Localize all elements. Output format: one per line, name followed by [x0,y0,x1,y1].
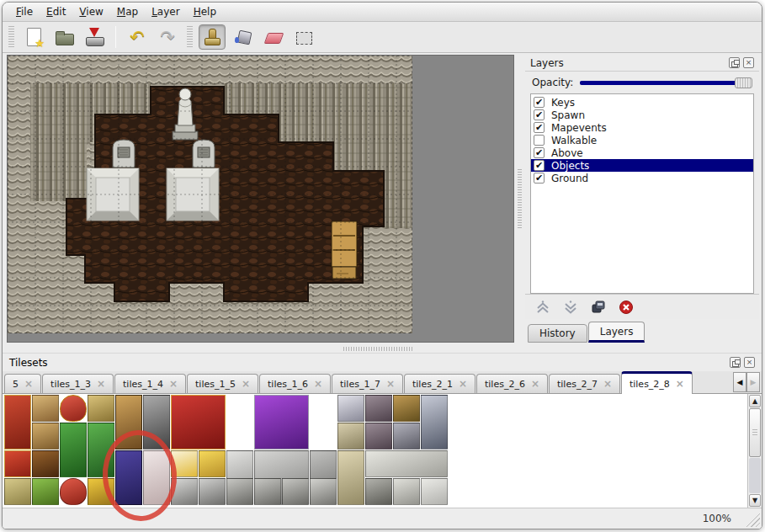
layer-checkbox[interactable]: ✔ [534,97,545,108]
select-rect-tool-button[interactable] [290,24,316,50]
float-panel-icon[interactable] [730,357,741,368]
open-folder-button[interactable] [50,24,77,50]
tab-close-icon[interactable]: × [603,378,612,390]
tile-rock-pile-2[interactable] [199,478,226,505]
tile-red-throne[interactable] [171,395,226,450]
tab-close-icon[interactable]: × [531,378,539,390]
layer-checkbox[interactable]: ✔ [534,173,545,184]
tile-stone-slab-2[interactable] [365,423,392,450]
raise-layer-button[interactable] [535,300,550,315]
tab-layers[interactable]: Layers [588,322,645,343]
tile-loom-top[interactable] [32,395,59,422]
tile-red-shield[interactable] [4,450,31,477]
tab-close-icon[interactable]: × [97,378,105,390]
tile-stone-pillar[interactable] [365,478,392,505]
tile-grave-slab-1[interactable] [226,478,253,505]
tile-green-flag[interactable] [32,478,59,505]
tile-bookshelf[interactable] [32,450,59,477]
tile-stone-gate[interactable] [143,395,170,450]
menu-view[interactable]: View [72,3,109,20]
layer-row-keys[interactable]: ✔Keys [531,96,753,109]
tileset-tab-tiles_2_1[interactable]: tiles_2_1× [404,374,475,393]
tab-close-icon[interactable]: × [459,378,467,390]
tile-gold-pile[interactable] [199,450,226,477]
tile-red-banner[interactable] [4,395,31,450]
vertical-splitter[interactable] [515,55,524,343]
tab-close-icon[interactable]: × [242,378,250,390]
close-panel-icon[interactable]: × [743,57,754,68]
toolbar-grip[interactable] [187,26,193,48]
tileset-tab-tiles_1_3[interactable]: tiles_1_3× [42,374,114,393]
tile-loom-bottom[interactable] [32,423,59,450]
tileset-tab-tiles_2_6[interactable]: tiles_2_6× [476,374,548,393]
layer-checkbox[interactable]: ✔ [534,160,545,171]
tile-wood-door[interactable] [115,395,142,450]
tile-gold-cross[interactable] [88,478,114,505]
tile-grave-slab-2[interactable] [254,478,281,505]
layer-row-spawn[interactable]: ✔Spawn [531,109,753,121]
menu-edit[interactable]: Edit [40,3,72,20]
tileset-tab-tiles_1_5[interactable]: tiles_1_5× [187,374,258,393]
tile-purple-door[interactable] [115,450,142,505]
menu-map[interactable]: Map [110,3,145,20]
tile-white-cloth[interactable] [143,450,170,505]
toolbar-grip[interactable] [8,26,14,48]
menu-layer[interactable]: Layer [145,3,186,20]
duplicate-layer-button[interactable] [591,300,606,315]
tile-grave-slab-3[interactable] [282,478,309,505]
tile-knight-armor[interactable] [421,395,448,450]
tab-close-icon[interactable]: × [24,378,33,390]
layer-checkbox[interactable]: ✔ [534,109,545,120]
tab-close-icon[interactable]: × [676,378,684,390]
tile-marble-block[interactable] [421,478,448,505]
fill-tool-button[interactable] [229,24,256,50]
tile-rock-pile[interactable] [171,478,198,505]
lower-layer-button[interactable] [563,300,578,315]
tab-scroll-right-icon[interactable]: ▶ [746,372,760,392]
layer-row-walkable[interactable]: Walkable [531,134,753,146]
tile-wood-desk[interactable] [393,395,420,422]
tile-stone-barrel[interactable] [310,478,337,505]
tileset-content[interactable]: ▲ ▼ [3,394,762,508]
redo-button[interactable]: ↷ [154,24,181,50]
tab-close-icon[interactable]: × [169,378,178,390]
layer-checkbox[interactable]: ✔ [534,122,545,133]
delete-layer-button[interactable] [619,300,634,315]
resize-grip[interactable] [743,512,760,527]
layer-row-above[interactable]: ✔Above [531,146,753,159]
tile-stone-slab[interactable] [365,395,392,422]
tileset-tab-tiles_2_8[interactable]: tiles_2_8× [621,371,693,394]
layer-row-mapevents[interactable]: ✔Mapevents [531,121,753,134]
menu-file[interactable]: File [9,3,40,20]
tileset-tab-tiles_1_6[interactable]: tiles_1_6× [259,374,331,393]
stamp-tool-button[interactable] [199,24,226,50]
tile-marble-side[interactable] [393,478,420,505]
eraser-tool-button[interactable] [259,24,286,50]
tab-close-icon[interactable]: × [314,378,322,390]
tile-king-portrait[interactable] [337,395,364,422]
map-canvas[interactable] [8,56,513,342]
horizontal-splitter[interactable] [3,344,762,353]
tab-scroll-left-icon[interactable]: ◀ [733,372,746,392]
new-file-button[interactable]: ★ [20,24,47,50]
tile-marble-ledge[interactable] [365,450,448,477]
tile-armor-pile[interactable] [393,423,420,450]
tile-tan-banner[interactable] [4,478,31,505]
opacity-slider[interactable] [580,77,752,89]
scroll-down-icon[interactable]: ▼ [749,494,761,507]
tab-close-icon[interactable]: × [386,378,395,390]
tile-gold-mirror[interactable] [88,395,114,422]
tile-palm-plant[interactable] [60,423,87,477]
layer-checkbox[interactable]: ✔ [534,147,545,158]
tile-red-stool[interactable] [60,395,87,422]
scrollbar-thumb[interactable] [749,408,761,457]
map-view[interactable] [7,55,514,343]
undo-button[interactable]: ↶ [124,24,151,50]
close-panel-icon[interactable]: × [744,357,755,368]
tile-purple-throne[interactable] [254,395,309,450]
tab-history[interactable]: History [528,324,587,343]
scrollbar-groove[interactable] [749,458,761,493]
tileset-tab-tiles_1_4[interactable]: tiles_1_4× [114,374,186,393]
tile-red-cushion[interactable] [60,478,87,505]
tile-obelisk[interactable] [337,450,364,505]
